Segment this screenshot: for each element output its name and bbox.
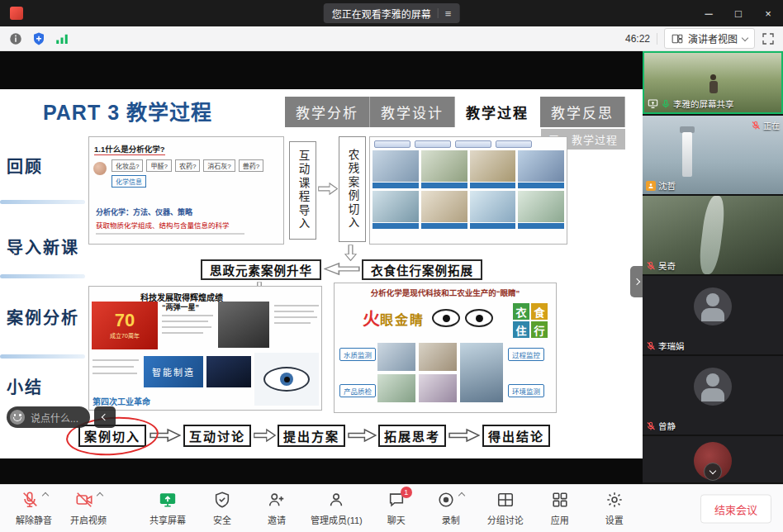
cartoon-eyes bbox=[432, 309, 493, 327]
tile-status: 正在 bbox=[751, 119, 780, 131]
nav-summary: 小结 bbox=[7, 374, 86, 398]
toolbar-label: 开启视频 bbox=[70, 513, 107, 526]
intro-tag: 化妆品? bbox=[112, 159, 143, 172]
end-meeting-button[interactable]: 结束会议 bbox=[700, 494, 771, 523]
chat-button[interactable]: 1 聊天 bbox=[376, 491, 417, 526]
toolbar-label: 共享屏幕 bbox=[149, 513, 186, 526]
presentation-slide: PART 3 教学过程 教学分析 教学设计 教学过程 教学反思 三、教学过程 回… bbox=[0, 89, 643, 458]
video-tile-liya-share[interactable]: 李雅的屏幕共享 bbox=[643, 51, 783, 114]
scroll-down-button[interactable] bbox=[704, 463, 722, 481]
view-mode-button[interactable]: 演讲者视图 bbox=[664, 28, 755, 49]
food-tile: 食 bbox=[531, 303, 548, 320]
photo-caption-bar bbox=[518, 183, 564, 188]
market-photo bbox=[421, 150, 467, 182]
member-badge-icon bbox=[646, 181, 656, 191]
protection-shield-icon[interactable] bbox=[31, 31, 46, 46]
food-tile: 行 bbox=[531, 321, 548, 338]
unmute-button[interactable]: 解除静音 bbox=[13, 491, 55, 526]
cartoon-pupil bbox=[443, 315, 450, 322]
arrow-right-icon bbox=[254, 428, 276, 443]
minimize-button[interactable]: ─ bbox=[694, 0, 724, 26]
video-options-caret[interactable] bbox=[96, 492, 102, 499]
toolbar-label: 管理成员(11) bbox=[311, 513, 363, 526]
intro-line-2: 获取物质化学组成、结构与含量信息的科学 bbox=[96, 220, 230, 230]
flow-box-interactive-intro: 互动课程导入 bbox=[289, 141, 316, 240]
security-button[interactable]: 安全 bbox=[202, 491, 243, 526]
chat-collapse-button[interactable] bbox=[94, 406, 116, 428]
tab-teaching-analysis: 教学分析 bbox=[285, 97, 370, 127]
video-tile-zengjing[interactable]: 曾静 bbox=[643, 356, 783, 435]
photo-caption-bar bbox=[470, 223, 516, 229]
emoji-icon[interactable] bbox=[10, 410, 25, 425]
text-bar bbox=[162, 332, 203, 334]
toolbar-label: 聊天 bbox=[387, 513, 406, 526]
gear-icon bbox=[605, 491, 624, 509]
speaker-view-icon bbox=[671, 33, 683, 45]
mic-muted-icon bbox=[646, 421, 656, 431]
participant-name: 李瑞娟 bbox=[658, 340, 685, 352]
chat-unread-badge: 1 bbox=[401, 487, 412, 498]
invite-button[interactable]: 邀请 bbox=[256, 491, 297, 526]
mic-muted-icon bbox=[21, 491, 39, 509]
box-daily-life-extension: 衣食住行案例拓展 bbox=[362, 259, 482, 280]
chat-placeholder: 说点什么... bbox=[31, 411, 78, 425]
record-button[interactable]: 录制 bbox=[430, 491, 472, 526]
mic-muted-icon bbox=[751, 121, 761, 131]
pill-divider bbox=[438, 8, 439, 18]
menu-icon[interactable]: ≡ bbox=[445, 8, 452, 19]
flow-proposal: 提出方案 bbox=[278, 425, 345, 447]
window-controls: ─ □ × bbox=[694, 0, 783, 26]
text-bar bbox=[274, 322, 311, 324]
meeting-timer: 46:22 bbox=[625, 33, 650, 45]
pill-process-control: 过程监控 bbox=[508, 348, 544, 361]
cartoon-eye bbox=[432, 309, 460, 327]
apps-button[interactable]: 应用 bbox=[539, 491, 581, 526]
statusbar-divider bbox=[657, 33, 657, 45]
intro-panel-title: 1.1什么是分析化学? bbox=[94, 143, 165, 155]
toolbar-label: 录制 bbox=[442, 513, 460, 526]
pill-water-monitoring: 水质监测 bbox=[339, 348, 376, 361]
text-bar bbox=[93, 373, 137, 374]
video-tile-shenzhe[interactable]: 正在 沈哲 bbox=[643, 116, 783, 194]
watching-screen-banner[interactable]: 您正在观看李雅的屏幕 ≡ bbox=[324, 3, 460, 23]
share-screen-button[interactable]: 共享屏幕 bbox=[147, 491, 188, 526]
pill-environment-monitoring: 环境监测 bbox=[508, 384, 544, 397]
unmute-options-caret[interactable] bbox=[41, 492, 48, 499]
tile-label: 李雅的屏幕共享 bbox=[648, 97, 734, 110]
market-photo bbox=[470, 150, 516, 182]
market-photo bbox=[518, 191, 564, 222]
video-tile-liruijuan[interactable]: 李瑞娟 bbox=[643, 276, 783, 354]
network-signal-icon[interactable] bbox=[55, 31, 69, 46]
flow-box-label: 农残案例切入 bbox=[344, 149, 361, 230]
fullscreen-icon[interactable] bbox=[762, 32, 775, 45]
nav-new-lesson: 导入新课 bbox=[7, 235, 86, 259]
text-bar bbox=[93, 366, 134, 368]
flow-conclusion: 得出结论 bbox=[482, 425, 550, 447]
status-text: 正在 bbox=[763, 119, 780, 131]
record-options-caret[interactable] bbox=[458, 492, 465, 499]
breakout-rooms-button[interactable]: 分组讨论 bbox=[485, 491, 526, 526]
chevron-left-icon bbox=[102, 414, 108, 420]
application-photo bbox=[419, 374, 457, 402]
anniversary-number: 70 bbox=[115, 311, 135, 330]
avatar bbox=[694, 368, 732, 406]
photo-caption-bar bbox=[518, 223, 564, 229]
chevron-right-icon bbox=[633, 278, 639, 285]
toolbar-label: 应用 bbox=[551, 513, 569, 526]
app-logo-icon bbox=[10, 7, 23, 20]
food-clothing-tiles: 衣 食 住 行 bbox=[513, 303, 548, 338]
arrow-right-icon bbox=[448, 428, 480, 443]
maximize-button[interactable]: □ bbox=[724, 0, 753, 26]
video-tile-wuqi[interactable]: 吴奇 bbox=[643, 196, 783, 274]
start-video-button[interactable]: 开启视频 bbox=[68, 491, 109, 526]
view-mode-label: 演讲者视图 bbox=[688, 31, 738, 45]
nav-review: 回顾 bbox=[7, 154, 86, 178]
mic-muted-icon bbox=[646, 341, 656, 351]
chat-input[interactable]: 说点什么... bbox=[7, 406, 90, 428]
settings-button[interactable]: 设置 bbox=[594, 491, 635, 526]
box-ideology-elevation: 思政元素案例升华 bbox=[201, 259, 321, 280]
meeting-info-icon[interactable] bbox=[8, 31, 23, 46]
close-button[interactable]: × bbox=[753, 0, 783, 26]
manage-members-button[interactable]: 管理成员(11) bbox=[311, 491, 363, 526]
sidebar-collapse-handle[interactable] bbox=[630, 266, 643, 297]
